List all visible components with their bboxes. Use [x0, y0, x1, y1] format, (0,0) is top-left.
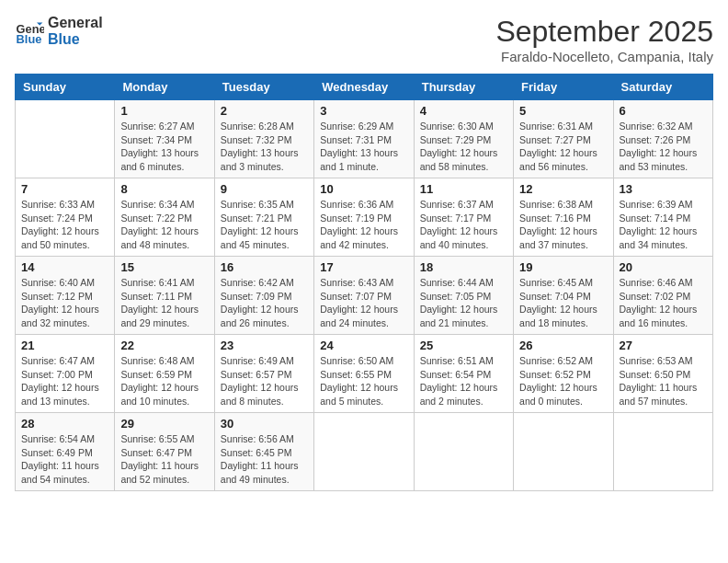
- day-detail: Sunrise: 6:36 AMSunset: 7:19 PMDaylight:…: [320, 198, 407, 252]
- calendar-cell: 18Sunrise: 6:44 AMSunset: 7:05 PMDayligh…: [414, 257, 513, 335]
- calendar-cell: 19Sunrise: 6:45 AMSunset: 7:04 PMDayligh…: [514, 257, 613, 335]
- calendar-week-row: 14Sunrise: 6:40 AMSunset: 7:12 PMDayligh…: [16, 257, 713, 335]
- calendar-cell: 15Sunrise: 6:41 AMSunset: 7:11 PMDayligh…: [115, 257, 214, 335]
- day-detail: Sunrise: 6:54 AMSunset: 6:49 PMDaylight:…: [21, 432, 108, 487]
- calendar-cell: 1Sunrise: 6:27 AMSunset: 7:34 PMDaylight…: [115, 100, 214, 178]
- calendar-cell: 26Sunrise: 6:52 AMSunset: 6:52 PMDayligh…: [514, 335, 613, 413]
- calendar-cell: 2Sunrise: 6:28 AMSunset: 7:32 PMDaylight…: [214, 100, 313, 178]
- calendar-cell: 22Sunrise: 6:48 AMSunset: 6:59 PMDayligh…: [115, 335, 214, 413]
- day-number: 9: [221, 182, 308, 196]
- calendar-cell: 5Sunrise: 6:31 AMSunset: 7:27 PMDaylight…: [514, 100, 613, 178]
- calendar-cell: 29Sunrise: 6:55 AMSunset: 6:47 PMDayligh…: [115, 413, 214, 491]
- day-number: 3: [320, 104, 407, 118]
- day-number: 2: [221, 104, 308, 118]
- day-detail: Sunrise: 6:27 AMSunset: 7:34 PMDaylight:…: [120, 120, 208, 174]
- col-header-wednesday: Wednesday: [314, 75, 414, 100]
- calendar-cell: 9Sunrise: 6:35 AMSunset: 7:21 PMDaylight…: [214, 178, 313, 257]
- calendar-cell: [613, 413, 712, 491]
- day-number: 5: [519, 104, 607, 118]
- day-number: 23: [221, 339, 308, 352]
- calendar-week-row: 28Sunrise: 6:54 AMSunset: 6:49 PMDayligh…: [16, 413, 713, 491]
- calendar-cell: 23Sunrise: 6:49 AMSunset: 6:57 PMDayligh…: [214, 335, 313, 413]
- calendar-cell: 3Sunrise: 6:29 AMSunset: 7:31 PMDaylight…: [314, 100, 414, 178]
- month-title: September 2025: [495, 15, 713, 49]
- day-detail: Sunrise: 6:55 AMSunset: 6:47 PMDaylight:…: [120, 432, 208, 487]
- location-subtitle: Faraldo-Nocelleto, Campania, Italy: [495, 49, 713, 64]
- day-detail: Sunrise: 6:40 AMSunset: 7:12 PMDaylight:…: [21, 276, 108, 330]
- day-number: 16: [221, 260, 308, 274]
- day-number: 26: [519, 339, 607, 352]
- day-detail: Sunrise: 6:37 AMSunset: 7:17 PMDaylight:…: [420, 198, 507, 252]
- calendar-cell: 13Sunrise: 6:39 AMSunset: 7:14 PMDayligh…: [613, 178, 712, 257]
- day-number: 4: [420, 104, 507, 118]
- day-number: 18: [420, 260, 507, 274]
- day-detail: Sunrise: 6:31 AMSunset: 7:27 PMDaylight:…: [519, 120, 607, 174]
- calendar-week-row: 21Sunrise: 6:47 AMSunset: 7:00 PMDayligh…: [16, 335, 713, 413]
- calendar-table: SundayMondayTuesdayWednesdayThursdayFrid…: [15, 74, 713, 491]
- day-number: 10: [320, 182, 407, 196]
- day-detail: Sunrise: 6:48 AMSunset: 6:59 PMDaylight:…: [120, 354, 208, 408]
- day-number: 6: [620, 104, 707, 118]
- col-header-tuesday: Tuesday: [214, 75, 313, 100]
- svg-text:Blue: Blue: [17, 31, 42, 45]
- logo-text-line1: General: [48, 15, 103, 31]
- calendar-cell: 7Sunrise: 6:33 AMSunset: 7:24 PMDaylight…: [16, 178, 115, 257]
- calendar-cell: 11Sunrise: 6:37 AMSunset: 7:17 PMDayligh…: [414, 178, 513, 257]
- calendar-cell: [514, 413, 613, 491]
- calendar-week-row: 1Sunrise: 6:27 AMSunset: 7:34 PMDaylight…: [16, 100, 713, 178]
- day-number: 17: [320, 260, 407, 274]
- title-section: September 2025 Faraldo-Nocelleto, Campan…: [495, 15, 713, 64]
- logo-icon: General Blue: [15, 17, 44, 46]
- calendar-cell: 17Sunrise: 6:43 AMSunset: 7:07 PMDayligh…: [314, 257, 414, 335]
- day-number: 14: [21, 260, 108, 274]
- day-detail: Sunrise: 6:43 AMSunset: 7:07 PMDaylight:…: [320, 276, 407, 330]
- day-detail: Sunrise: 6:47 AMSunset: 7:00 PMDaylight:…: [21, 354, 108, 408]
- calendar-cell: 14Sunrise: 6:40 AMSunset: 7:12 PMDayligh…: [16, 257, 115, 335]
- day-detail: Sunrise: 6:35 AMSunset: 7:21 PMDaylight:…: [221, 198, 308, 252]
- day-detail: Sunrise: 6:38 AMSunset: 7:16 PMDaylight:…: [519, 198, 607, 252]
- day-number: 7: [21, 182, 108, 196]
- day-detail: Sunrise: 6:52 AMSunset: 6:52 PMDaylight:…: [519, 354, 607, 408]
- day-detail: Sunrise: 6:34 AMSunset: 7:22 PMDaylight:…: [120, 198, 208, 252]
- day-detail: Sunrise: 6:33 AMSunset: 7:24 PMDaylight:…: [21, 198, 108, 252]
- col-header-friday: Friday: [514, 75, 613, 100]
- day-number: 28: [21, 417, 108, 431]
- day-detail: Sunrise: 6:42 AMSunset: 7:09 PMDaylight:…: [221, 276, 308, 330]
- day-detail: Sunrise: 6:28 AMSunset: 7:32 PMDaylight:…: [221, 120, 308, 174]
- day-detail: Sunrise: 6:49 AMSunset: 6:57 PMDaylight:…: [221, 354, 308, 408]
- calendar-cell: 24Sunrise: 6:50 AMSunset: 6:55 PMDayligh…: [314, 335, 414, 413]
- calendar-cell: 8Sunrise: 6:34 AMSunset: 7:22 PMDaylight…: [115, 178, 214, 257]
- day-number: 25: [420, 339, 507, 352]
- calendar-cell: [414, 413, 513, 491]
- day-detail: Sunrise: 6:50 AMSunset: 6:55 PMDaylight:…: [320, 354, 407, 408]
- calendar-cell: 25Sunrise: 6:51 AMSunset: 6:54 PMDayligh…: [414, 335, 513, 413]
- calendar-cell: 21Sunrise: 6:47 AMSunset: 7:00 PMDayligh…: [16, 335, 115, 413]
- day-number: 11: [420, 182, 507, 196]
- col-header-saturday: Saturday: [613, 75, 712, 100]
- day-detail: Sunrise: 6:29 AMSunset: 7:31 PMDaylight:…: [320, 120, 407, 174]
- calendar-cell: 27Sunrise: 6:53 AMSunset: 6:50 PMDayligh…: [613, 335, 712, 413]
- day-detail: Sunrise: 6:41 AMSunset: 7:11 PMDaylight:…: [120, 276, 208, 330]
- day-detail: Sunrise: 6:39 AMSunset: 7:14 PMDaylight:…: [620, 198, 707, 252]
- day-detail: Sunrise: 6:44 AMSunset: 7:05 PMDaylight:…: [420, 276, 507, 330]
- calendar-cell: [16, 100, 115, 178]
- day-detail: Sunrise: 6:51 AMSunset: 6:54 PMDaylight:…: [420, 354, 507, 408]
- page-header: General Blue General Blue September 2025…: [15, 15, 713, 64]
- day-detail: Sunrise: 6:30 AMSunset: 7:29 PMDaylight:…: [420, 120, 507, 174]
- calendar-cell: 4Sunrise: 6:30 AMSunset: 7:29 PMDaylight…: [414, 100, 513, 178]
- day-number: 13: [620, 182, 707, 196]
- day-detail: Sunrise: 6:45 AMSunset: 7:04 PMDaylight:…: [519, 276, 607, 330]
- logo-text-line2: Blue: [48, 31, 103, 48]
- day-number: 21: [21, 339, 108, 352]
- day-detail: Sunrise: 6:53 AMSunset: 6:50 PMDaylight:…: [620, 354, 707, 408]
- calendar-cell: [314, 413, 414, 491]
- day-number: 12: [519, 182, 607, 196]
- day-number: 20: [620, 260, 707, 274]
- day-detail: Sunrise: 6:46 AMSunset: 7:02 PMDaylight:…: [620, 276, 707, 330]
- calendar-cell: 30Sunrise: 6:56 AMSunset: 6:45 PMDayligh…: [214, 413, 313, 491]
- day-number: 1: [120, 104, 208, 118]
- calendar-cell: 12Sunrise: 6:38 AMSunset: 7:16 PMDayligh…: [514, 178, 613, 257]
- logo: General Blue General Blue: [15, 15, 103, 47]
- day-number: 15: [120, 260, 208, 274]
- calendar-cell: 20Sunrise: 6:46 AMSunset: 7:02 PMDayligh…: [613, 257, 712, 335]
